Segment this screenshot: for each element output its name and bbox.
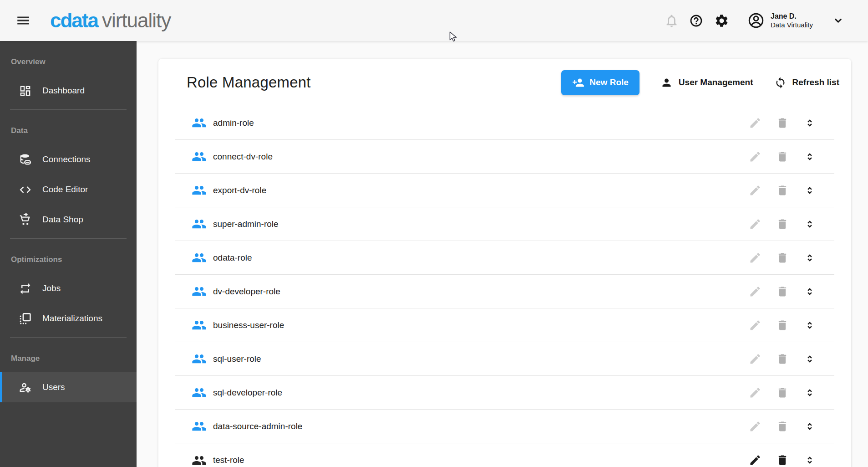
toolbar: New Role User Management Refresh list bbox=[561, 70, 839, 95]
settings-button[interactable] bbox=[714, 13, 729, 28]
delete-role-button[interactable] bbox=[776, 453, 790, 467]
edit-role-button[interactable] bbox=[749, 420, 762, 433]
delete-role-button[interactable] bbox=[776, 352, 790, 366]
user-org: Data Virtuality bbox=[771, 21, 813, 29]
menu-button[interactable] bbox=[15, 13, 31, 28]
expand-role-button[interactable] bbox=[803, 116, 817, 130]
delete-role-button[interactable] bbox=[776, 217, 790, 231]
unfold-more-icon bbox=[803, 319, 816, 332]
role-row[interactable]: sql-user-role bbox=[175, 342, 834, 376]
role-row[interactable]: data-source-admin-role bbox=[175, 410, 834, 443]
edit-role-button[interactable] bbox=[749, 453, 762, 467]
role-row-actions bbox=[749, 184, 817, 197]
unfold-more-icon bbox=[803, 420, 816, 433]
page-title: Role Management bbox=[187, 74, 311, 91]
expand-role-button[interactable] bbox=[803, 184, 817, 197]
expand-role-button[interactable] bbox=[803, 150, 817, 164]
role-group-icon bbox=[192, 419, 207, 434]
role-row-actions bbox=[749, 251, 817, 265]
delete-icon bbox=[776, 353, 789, 365]
unfold-more-icon bbox=[803, 218, 816, 231]
sidebar-item-code-editor[interactable]: Code Editor bbox=[0, 174, 137, 205]
delete-icon bbox=[776, 319, 789, 332]
expand-role-button[interactable] bbox=[803, 386, 817, 400]
delete-role-button[interactable] bbox=[776, 116, 790, 130]
user-management-button[interactable]: User Management bbox=[660, 77, 753, 89]
role-group-icon bbox=[192, 250, 207, 265]
app-logo: cdata virtuality bbox=[50, 9, 171, 32]
role-row[interactable]: dv-developer-role bbox=[175, 275, 834, 308]
edit-role-button[interactable] bbox=[749, 116, 762, 130]
expand-role-button[interactable] bbox=[803, 420, 817, 433]
delete-role-button[interactable] bbox=[776, 184, 790, 197]
sidebar-item-dashboard[interactable]: Dashboard bbox=[0, 76, 137, 106]
edit-icon bbox=[749, 386, 761, 399]
logo-virtuality: virtuality bbox=[102, 9, 171, 32]
edit-icon bbox=[749, 454, 761, 467]
sidebar-item-label: Jobs bbox=[42, 283, 61, 293]
expand-role-button[interactable] bbox=[803, 217, 817, 231]
expand-role-button[interactable] bbox=[803, 251, 817, 265]
role-row[interactable]: test-role bbox=[175, 443, 834, 467]
edit-role-button[interactable] bbox=[749, 150, 762, 164]
role-management-card: Role Management New Role User Management… bbox=[158, 59, 851, 467]
bell-icon bbox=[666, 15, 676, 27]
role-row[interactable]: export-dv-role bbox=[175, 174, 834, 207]
delete-role-button[interactable] bbox=[776, 285, 790, 298]
edit-role-button[interactable] bbox=[749, 318, 762, 332]
role-group-icon bbox=[192, 351, 207, 366]
sidebar-item-materializations[interactable]: Materializations bbox=[0, 303, 137, 334]
sidebar-item-users[interactable]: Users bbox=[0, 372, 137, 402]
notifications-button[interactable] bbox=[664, 13, 679, 28]
sidebar-item-jobs[interactable]: Jobs bbox=[0, 273, 137, 303]
edit-role-button[interactable] bbox=[749, 285, 762, 298]
role-group-icon bbox=[192, 453, 207, 467]
expand-role-button[interactable] bbox=[803, 453, 817, 467]
top-bar-actions: Jane D. Data Virtuality bbox=[664, 12, 868, 29]
expand-role-button[interactable] bbox=[803, 285, 817, 298]
edit-role-button[interactable] bbox=[749, 217, 762, 231]
edit-role-button[interactable] bbox=[749, 251, 762, 265]
delete-role-button[interactable] bbox=[776, 420, 790, 433]
sidebar-item-icon bbox=[19, 153, 32, 166]
role-group-icon bbox=[192, 216, 207, 231]
sidebar-item-connections[interactable]: Connections bbox=[0, 144, 137, 174]
expand-role-button[interactable] bbox=[803, 318, 817, 332]
sidebar-item-icon bbox=[19, 312, 32, 325]
role-name: test-role bbox=[213, 455, 244, 465]
avatar-icon bbox=[749, 14, 762, 27]
role-row[interactable]: super-admin-role bbox=[175, 207, 834, 241]
sidebar-section: Overview Dashboard bbox=[0, 57, 137, 106]
role-row-actions bbox=[749, 217, 817, 231]
role-row[interactable]: odata-role bbox=[175, 241, 834, 275]
user-menu[interactable]: Jane D. Data Virtuality bbox=[747, 12, 844, 29]
delete-role-button[interactable] bbox=[776, 150, 790, 164]
role-row[interactable]: sql-developer-role bbox=[175, 376, 834, 410]
sidebar-item-label: Data Shop bbox=[42, 215, 83, 225]
sidebar-section-items: Users bbox=[0, 372, 137, 402]
edit-icon bbox=[749, 353, 761, 365]
sidebar-section: Manage Users bbox=[0, 337, 137, 402]
delete-role-button[interactable] bbox=[776, 386, 790, 400]
role-row[interactable]: connect-dv-role bbox=[175, 140, 834, 174]
new-role-button[interactable]: New Role bbox=[561, 70, 640, 95]
delete-icon bbox=[776, 218, 789, 231]
edit-role-button[interactable] bbox=[749, 352, 762, 366]
unfold-more-icon bbox=[803, 150, 816, 163]
main-content: Role Management New Role User Management… bbox=[137, 41, 868, 467]
refresh-list-button[interactable]: Refresh list bbox=[774, 77, 839, 89]
role-row[interactable]: business-user-role bbox=[175, 308, 834, 342]
edit-icon bbox=[749, 117, 761, 129]
delete-role-button[interactable] bbox=[776, 251, 790, 265]
sidebar-item-data-shop[interactable]: Data Shop bbox=[0, 205, 137, 235]
expand-role-button[interactable] bbox=[803, 352, 817, 366]
role-group-icon bbox=[192, 318, 207, 333]
delete-role-button[interactable] bbox=[776, 318, 790, 332]
edit-role-button[interactable] bbox=[749, 184, 762, 197]
role-row-actions bbox=[749, 386, 817, 400]
edit-role-button[interactable] bbox=[749, 386, 762, 400]
role-row[interactable]: admin-role bbox=[175, 106, 834, 140]
help-button[interactable] bbox=[689, 14, 703, 28]
new-role-label: New Role bbox=[589, 77, 629, 87]
role-list: admin-role connect-dv-role bbox=[175, 106, 834, 467]
